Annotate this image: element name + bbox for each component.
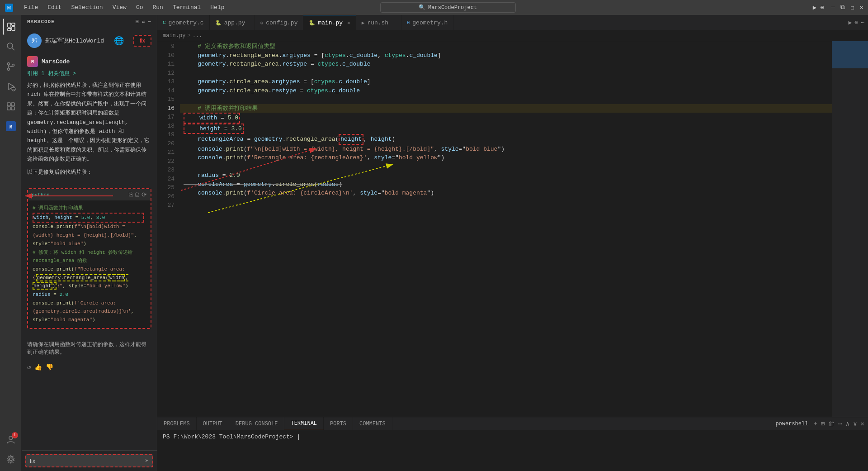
minimap bbox=[832, 41, 868, 417]
fix-button-top[interactable]: fix bbox=[133, 35, 151, 47]
code-row-17: width = 5.0 bbox=[180, 113, 832, 124]
ref-link[interactable]: 引用 1 相关信息 > bbox=[27, 70, 151, 77]
activity-bar: M bbox=[0, 15, 22, 471]
code-row-20: console.print(f"\n[bold]width = {width},… bbox=[180, 145, 832, 154]
source-control-icon[interactable] bbox=[3, 58, 19, 75]
code-block-actions: ⎘ ⎙ ⟳ bbox=[129, 191, 147, 199]
tab-bar: C geometry.c 🐍 app.py ⚙ config.py 🐍 main… bbox=[157, 15, 868, 31]
lnum-22: 22 bbox=[161, 157, 175, 166]
run-debug-icon[interactable] bbox=[3, 78, 19, 95]
chat-input[interactable] bbox=[30, 458, 145, 464]
maximize-button[interactable]: ☐ bbox=[850, 4, 854, 11]
search-icon[interactable] bbox=[3, 38, 19, 55]
apply-icon[interactable]: ⎙ bbox=[135, 191, 139, 199]
ai-sidebar: MARSCODE ⊞ ⇄ ⋯ 郑 郑瑞军说HelloWorld 🌐 fix M … bbox=[22, 15, 157, 471]
user-section: 郑 郑瑞军说HelloWorld 🌐 fix bbox=[27, 33, 151, 48]
lnum-9: 9 bbox=[161, 42, 175, 51]
close-button[interactable]: ✕ bbox=[860, 4, 863, 11]
terminal-tab-output[interactable]: OUTPUT bbox=[197, 417, 229, 430]
kill-terminal-icon[interactable]: 🗑 bbox=[828, 420, 835, 428]
run-icon[interactable]: ▶ bbox=[813, 4, 816, 11]
new-terminal-icon[interactable]: + bbox=[813, 420, 817, 428]
tab-close-main-py[interactable]: ✕ bbox=[347, 20, 350, 26]
svg-point-10 bbox=[12, 64, 14, 67]
more-terminal-icon[interactable]: ⋯ bbox=[838, 420, 842, 428]
lnum-10: 10 bbox=[161, 51, 175, 60]
code-row-15 bbox=[180, 95, 832, 104]
terminal-tab-comments[interactable]: COMMENTS bbox=[353, 417, 392, 430]
search-bar[interactable]: 🔍 MarsCodeProject bbox=[380, 2, 516, 13]
menu-help[interactable]: Help bbox=[207, 2, 228, 13]
terminal-tab-debug[interactable]: DEBUG CONSOLE bbox=[229, 417, 285, 430]
menu-edit[interactable]: Edit bbox=[44, 2, 65, 13]
code-row-10: geometry.rectangle_area.argtypes = [ctyp… bbox=[180, 51, 832, 60]
extensions-icon[interactable] bbox=[3, 98, 19, 114]
more-icon[interactable]: ⋯ bbox=[148, 19, 151, 24]
breadcrumb-section[interactable]: ... bbox=[193, 33, 203, 39]
tab-icon-app-py: 🐍 bbox=[215, 20, 222, 26]
code-text-9: # 定义函数参数和返回值类型 bbox=[184, 42, 275, 51]
lnum-19: 19 bbox=[161, 130, 175, 139]
more-code-icon[interactable]: ⟳ bbox=[142, 191, 147, 199]
tab-main-py[interactable]: 🐍 main.py ✕ bbox=[303, 15, 356, 30]
dislike-icon[interactable]: 👎 bbox=[46, 363, 53, 371]
code-row-23: radius = 2.0 bbox=[180, 171, 832, 180]
tab-geometry-h[interactable]: H geometry.h bbox=[401, 15, 454, 30]
restore-button[interactable]: ⧉ bbox=[840, 4, 845, 11]
tab-run-sh[interactable]: ▶ run.sh bbox=[356, 15, 401, 30]
lnum-25: 25 bbox=[161, 183, 175, 192]
line-numbers: 9 10 11 12 13 14 15 16 17 18 19 20 21 22… bbox=[157, 41, 180, 417]
menu-view[interactable]: View bbox=[109, 2, 130, 13]
explorer-icon[interactable] bbox=[3, 19, 19, 35]
lnum-12: 12 bbox=[161, 69, 175, 78]
accounts-icon[interactable] bbox=[3, 431, 19, 447]
tab-geometry-c[interactable]: C geometry.c bbox=[157, 15, 210, 30]
ai-logo-row: M MarsCode bbox=[27, 56, 151, 67]
terminal-tabs: PROBLEMS OUTPUT DEBUG CONSOLE TERMINAL P… bbox=[157, 417, 868, 431]
copy-icon[interactable]: ⎘ bbox=[129, 191, 132, 199]
tab-label-main-py: main.py bbox=[318, 19, 343, 26]
code-row-16: # 调用函数并打印结果 bbox=[180, 104, 832, 113]
menu-selection[interactable]: Selection bbox=[67, 2, 106, 13]
terminal-content[interactable]: PS F:\Work\2023 Tool\MarsCodeProject> | bbox=[157, 431, 868, 471]
tab-app-py[interactable]: 🐍 app.py bbox=[210, 15, 255, 30]
menu-terminal[interactable]: Terminal bbox=[169, 2, 204, 13]
main-layout: M MARSCODE ⊞ ⇄ ⋯ 郑 郑瑞军说HelloWorld 🌐 fix bbox=[0, 15, 868, 471]
menu-run[interactable]: Run bbox=[149, 2, 166, 13]
split-icon[interactable]: ⊕ bbox=[820, 4, 824, 11]
minimize-button[interactable]: ─ bbox=[831, 4, 835, 11]
send-button[interactable]: ➤ bbox=[145, 457, 149, 465]
run-all-icon[interactable]: ▶ bbox=[849, 19, 852, 26]
menu-go[interactable]: Go bbox=[132, 2, 147, 13]
code-text-17: width = 5.0 bbox=[184, 113, 240, 124]
split-terminal-icon[interactable]: ⊞ bbox=[821, 420, 825, 428]
code-editor[interactable]: # 定义函数参数和返回值类型 geometry.rectangle_area.a… bbox=[180, 41, 832, 417]
settings-icon[interactable] bbox=[3, 451, 19, 467]
ai-name-label: MarsCode bbox=[42, 58, 70, 65]
lnum-18: 18 bbox=[161, 122, 175, 131]
code-line-radius: radius = 2.0 bbox=[33, 290, 146, 299]
chevron-down-icon[interactable]: ∨ bbox=[853, 420, 857, 428]
more-tabs-icon[interactable]: ⋯ bbox=[861, 19, 864, 26]
svg-rect-18 bbox=[11, 107, 14, 110]
svg-rect-5 bbox=[8, 29, 11, 31]
terminal-tab-ports[interactable]: PORTS bbox=[324, 417, 353, 430]
code-text-16: # 调用函数并打印结果 bbox=[184, 104, 258, 113]
marscode-icon[interactable]: M bbox=[3, 118, 19, 134]
breadcrumb-file[interactable]: main.py bbox=[163, 33, 185, 39]
chevron-up-icon[interactable]: ∧ bbox=[846, 420, 849, 428]
lnum-24: 24 bbox=[161, 175, 175, 184]
refresh-icon[interactable]: ↺ bbox=[27, 363, 31, 371]
svg-text:M: M bbox=[7, 5, 11, 10]
split-editor-icon[interactable]: ⊕ bbox=[854, 19, 858, 26]
new-chat-icon[interactable]: ⊞ bbox=[136, 19, 139, 24]
terminal-tab-terminal[interactable]: TERMINAL bbox=[284, 417, 324, 430]
terminal-tab-problems[interactable]: PROBLEMS bbox=[157, 417, 197, 430]
menu-file[interactable]: File bbox=[20, 2, 42, 13]
like-icon[interactable]: 👍 bbox=[34, 363, 42, 371]
settings-chat-icon[interactable]: ⇄ bbox=[142, 19, 146, 24]
editor-content: 9 10 11 12 13 14 15 16 17 18 19 20 21 22… bbox=[157, 41, 868, 417]
code-row-22 bbox=[180, 162, 832, 171]
close-terminal-icon[interactable]: ✕ bbox=[861, 420, 864, 428]
tab-config-py[interactable]: ⚙ config.py bbox=[255, 15, 304, 30]
